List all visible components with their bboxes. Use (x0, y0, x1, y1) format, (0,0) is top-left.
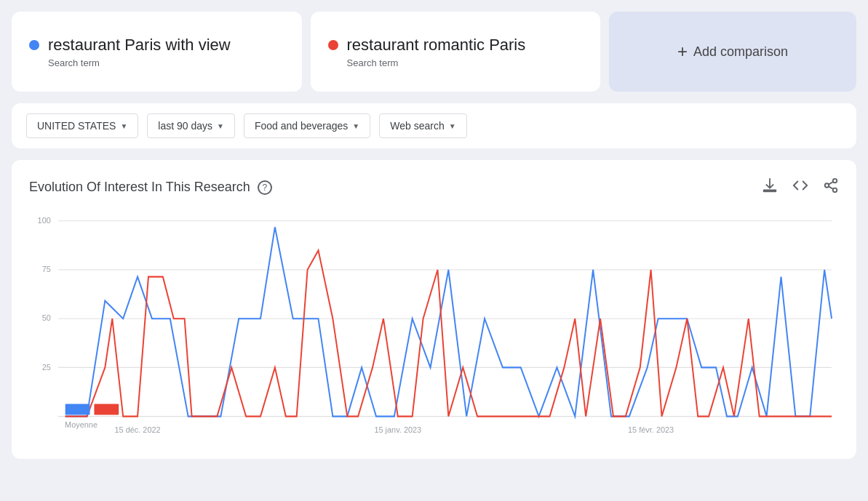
chevron-down-icon: ▼ (217, 122, 224, 130)
search-term-title-1: restaurant Paris with view (29, 36, 284, 55)
chart-section: Evolution Of Interest In This Research ? (12, 160, 856, 459)
chevron-down-icon: ▼ (352, 122, 359, 130)
search-type-filter-label: Web search (390, 120, 444, 132)
search-term-card-1: restaurant Paris with view Search term (12, 12, 302, 92)
chart-title-row: Evolution Of Interest In This Research ? (29, 180, 272, 195)
dot-red-icon (328, 40, 338, 50)
svg-line-4 (829, 182, 833, 185)
svg-text:Moyenne: Moyenne (65, 420, 97, 428)
embed-icon[interactable] (792, 177, 808, 197)
svg-line-3 (829, 186, 833, 189)
svg-text:75: 75 (42, 265, 51, 273)
chevron-down-icon: ▼ (449, 122, 456, 130)
region-filter[interactable]: UNITED STATES ▼ (26, 113, 138, 138)
download-icon[interactable] (762, 177, 778, 197)
search-term-label-2: restaurant romantic Paris (347, 36, 526, 55)
add-comparison-button[interactable]: + Add comparison (609, 12, 856, 92)
category-filter[interactable]: Food and beverages ▼ (244, 113, 370, 138)
svg-rect-17 (65, 404, 90, 415)
search-term-label-1: restaurant Paris with view (48, 36, 231, 55)
filters-section: UNITED STATES ▼ last 90 days ▼ Food and … (12, 103, 856, 148)
time-filter[interactable]: last 90 days ▼ (147, 113, 235, 138)
svg-text:100: 100 (38, 216, 51, 225)
dot-blue-icon (29, 40, 39, 50)
help-icon[interactable]: ? (258, 180, 272, 195)
search-type-filter[interactable]: Web search ▼ (379, 113, 466, 138)
plus-icon: + (677, 41, 688, 62)
chart-title: Evolution Of Interest In This Research (29, 180, 250, 195)
chart-actions (762, 177, 839, 197)
svg-text:15 déc. 2022: 15 déc. 2022 (114, 425, 160, 434)
chart-header: Evolution Of Interest In This Research ? (29, 177, 839, 197)
svg-text:15 janv. 2023: 15 janv. 2023 (374, 425, 421, 434)
time-filter-label: last 90 days (158, 120, 212, 132)
search-term-title-2: restaurant romantic Paris (328, 36, 584, 55)
chevron-down-icon: ▼ (120, 122, 127, 130)
search-term-card-2: restaurant romantic Paris Search term (311, 12, 601, 92)
chart-container: 100 75 50 25 15 déc. 2022 15 janv. 2023 … (29, 212, 839, 444)
top-section: restaurant Paris with view Search term r… (0, 0, 868, 92)
category-filter-label: Food and beverages (255, 120, 348, 132)
search-term-subtitle-1: Search term (48, 57, 284, 68)
trend-chart: 100 75 50 25 15 déc. 2022 15 janv. 2023 … (29, 212, 839, 444)
search-term-subtitle-2: Search term (347, 57, 584, 68)
svg-rect-18 (94, 404, 119, 415)
svg-text:50: 50 (42, 313, 51, 322)
svg-text:25: 25 (42, 362, 51, 371)
svg-text:15 févr. 2023: 15 févr. 2023 (628, 425, 674, 434)
region-filter-label: UNITED STATES (37, 120, 116, 132)
share-icon[interactable] (823, 177, 839, 197)
add-comparison-label: Add comparison (693, 44, 788, 60)
